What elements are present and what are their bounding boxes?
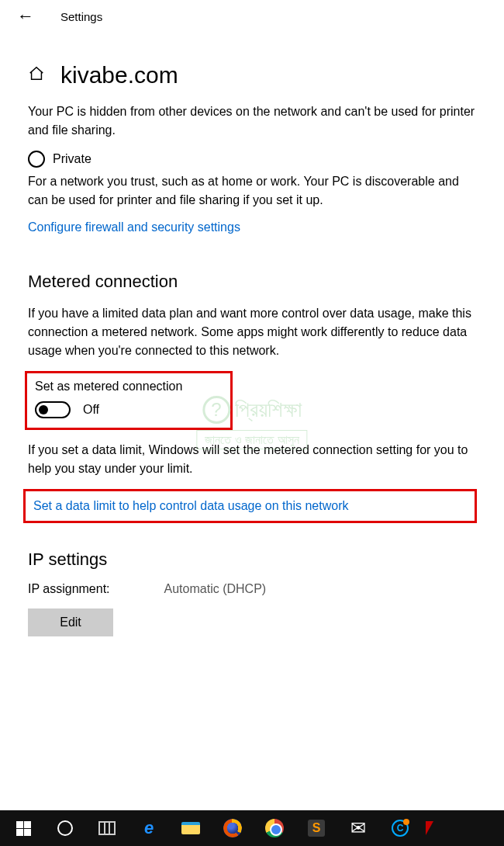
data-limit-highlight: Set a data limit to help control data us… [23, 489, 477, 523]
data-limit-description: If you set a data limit, Windows will se… [28, 441, 476, 478]
metered-toggle-row: Off [35, 401, 223, 418]
private-description: For a network you trust, such as at home… [28, 172, 476, 210]
page-title: kivabe.com [60, 62, 178, 88]
ip-assignment-label: IP assignment: [28, 582, 110, 596]
metered-toggle[interactable] [35, 401, 71, 418]
ip-edit-button[interactable]: Edit [28, 608, 113, 636]
radio-circle-icon [28, 151, 45, 168]
metered-toggle-label: Set as metered connection [35, 380, 223, 394]
title-row: kivabe.com [28, 62, 476, 88]
taskview-button[interactable] [87, 810, 127, 846]
edge-icon: e [144, 818, 154, 838]
ccleaner-icon: C [392, 820, 409, 837]
cortana-button[interactable] [45, 810, 85, 846]
firewall-link[interactable]: Configure firewall and security settings [28, 220, 240, 234]
file-explorer-button[interactable] [171, 810, 211, 846]
settings-label: Settings [60, 10, 102, 23]
ip-assignment-row: IP assignment: Automatic (DHCP) [28, 582, 476, 596]
ip-settings-heading: IP settings [28, 550, 476, 570]
back-arrow-icon[interactable]: ← [17, 8, 34, 25]
data-limit-link[interactable]: Set a data limit to help control data us… [33, 499, 348, 513]
metered-description: If you have a limited data plan and want… [28, 304, 476, 360]
content-area: kivabe.com Your PC is hidden from other … [0, 29, 504, 636]
taskbar: e S ✉ C [0, 810, 504, 846]
sublime-icon: S [308, 820, 325, 837]
metered-toggle-highlight: Set as metered connection Off [25, 371, 233, 430]
hidden-devices-text: Your PC is hidden from other devices on … [28, 102, 476, 140]
private-radio[interactable]: Private [28, 151, 476, 168]
red-app-icon [426, 821, 433, 835]
taskview-icon [98, 821, 116, 835]
edge-button[interactable]: e [129, 810, 169, 846]
ccleaner-button[interactable]: C [380, 810, 420, 846]
metered-heading: Metered connection [28, 272, 476, 292]
cortana-icon [57, 820, 73, 836]
mail-button[interactable]: ✉ [338, 810, 378, 846]
ip-assignment-value: Automatic (DHCP) [164, 582, 267, 596]
firefox-button[interactable] [212, 810, 253, 846]
start-button[interactable] [3, 810, 43, 846]
taskbar-overflow[interactable] [422, 810, 437, 846]
home-icon[interactable] [28, 65, 45, 85]
chrome-button[interactable] [254, 810, 295, 846]
folder-icon [181, 822, 200, 834]
toggle-knob-icon [39, 405, 48, 414]
windows-icon [16, 821, 31, 836]
chrome-icon [265, 819, 284, 837]
private-radio-label: Private [53, 152, 91, 166]
metered-toggle-state: Off [83, 403, 99, 417]
mail-icon: ✉ [350, 817, 366, 839]
header-bar: ← Settings [0, 0, 504, 29]
sublime-button[interactable]: S [296, 810, 337, 846]
firefox-icon [223, 819, 242, 837]
